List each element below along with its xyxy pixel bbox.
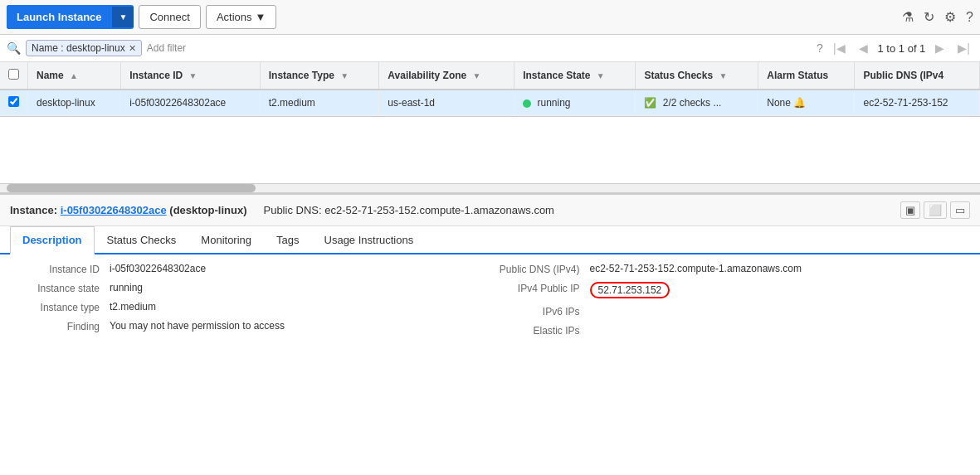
pagination-first-btn[interactable]: |◀ (830, 40, 849, 56)
filter-help-icon[interactable]: ? (817, 41, 823, 55)
launch-instance-button[interactable]: Launch Instance ▼ (7, 5, 134, 29)
select-all-header[interactable] (0, 62, 28, 90)
filter-bar: 🔍 Name : desktop-linux ✕ Add filter ? |◀… (0, 35, 980, 62)
detail-row-elastic: Elastic IPs (490, 324, 971, 337)
instances-table: Name ▲ Instance ID ▼ Instance Type ▼ Ava… (0, 62, 980, 116)
empty-scroll-area (0, 117, 980, 183)
help-icon[interactable]: ? (966, 10, 973, 25)
ipv4-value: 52.71.253.152 (590, 282, 971, 298)
status-running-dot (523, 99, 531, 108)
filter-tag-close-icon[interactable]: ✕ (129, 43, 136, 54)
add-filter-input[interactable]: Add filter (147, 42, 186, 54)
instance-id-value: i-05f03022648302ace (110, 263, 490, 274)
tab-usage-instructions[interactable]: Usage Instructions (312, 226, 427, 254)
detail-row-ipv4: IPv4 Public IP 52.71.253.152 (490, 282, 971, 298)
col-instance-id[interactable]: Instance ID ▼ (121, 62, 261, 90)
instance-state-value: running (110, 282, 490, 293)
finding-value: You may not have permission to access (110, 320, 490, 332)
filter-tag-text: Name : desktop-linux (32, 42, 125, 54)
select-all-checkbox[interactable] (8, 69, 19, 80)
col-public-dns[interactable]: Public DNS (IPv4 (855, 62, 980, 90)
tab-tags[interactable]: Tags (264, 226, 311, 254)
toolbar-right-icons: ⚗ ↻ ⚙ ? (902, 9, 973, 25)
instance-state-label: Instance state (10, 282, 110, 294)
instance-id-label: Instance ID (10, 263, 110, 275)
row-name[interactable]: desktop-linux (28, 90, 121, 116)
col-availability-zone[interactable]: Availability Zone ▼ (379, 62, 514, 90)
col-name[interactable]: Name ▲ (28, 62, 121, 90)
panel-split-btn[interactable]: ▣ (900, 201, 920, 219)
refresh-icon[interactable]: ↻ (924, 9, 934, 25)
pagination-last-btn[interactable]: ▶| (954, 40, 973, 56)
detail-row-instance-id: Instance ID i-05f03022648302ace (10, 263, 490, 275)
search-icon: 🔍 (7, 41, 21, 55)
bottom-panel: Instance: i-05f03022648302ace (desktop-l… (0, 193, 980, 351)
filter-tag-name[interactable]: Name : desktop-linux ✕ (26, 40, 142, 56)
ipv6-label: IPv6 IPs (490, 305, 590, 317)
status-check-icon: ✅ (644, 97, 656, 109)
launch-instance-dropdown-arrow[interactable]: ▼ (112, 7, 134, 27)
row-public-dns: ec2-52-71-253-152 (855, 90, 980, 116)
row-checkbox[interactable] (8, 96, 19, 107)
detail-row-instance-type: Instance type t2.medium (10, 301, 490, 313)
row-checkbox-cell[interactable] (0, 90, 28, 116)
row-status-checks: ✅ 2/2 checks ... (636, 90, 758, 116)
detail-row-instance-state: Instance state running (10, 282, 490, 294)
detail-tabs-bar: Description Status Checks Monitoring Tag… (0, 226, 980, 254)
description-details: Instance ID i-05f03022648302ace Instance… (0, 254, 980, 351)
detail-row-finding: Finding You may not have permission to a… (10, 320, 490, 332)
pagination-text: 1 to 1 of 1 (878, 42, 926, 55)
table-row[interactable]: desktop-linux i-05f03022648302ace t2.med… (0, 90, 980, 116)
connect-button[interactable]: Connect (139, 5, 200, 29)
ipv4-highlighted-value: 52.71.253.152 (590, 282, 670, 298)
tab-status-checks[interactable]: Status Checks (95, 226, 189, 254)
horizontal-scrollbar[interactable] (0, 183, 980, 193)
row-instance-id[interactable]: i-05f03022648302ace (121, 90, 261, 116)
row-instance-type[interactable]: t2.medium (260, 90, 379, 116)
instance-detail-header: Instance: i-05f03022648302ace (desktop-l… (0, 195, 980, 226)
details-left-col: Instance ID i-05f03022648302ace Instance… (10, 263, 490, 343)
pagination-prev-btn[interactable]: ◀ (856, 40, 871, 56)
elastic-label: Elastic IPs (490, 324, 590, 337)
filter-right: ? |◀ ◀ 1 to 1 of 1 ▶ ▶| (817, 40, 973, 56)
col-alarm-status[interactable]: Alarm Status (758, 62, 855, 90)
actions-label: Actions (217, 11, 252, 23)
row-availability-zone: us-east-1d (379, 90, 514, 116)
instance-header-dns: Public DNS: ec2-52-71-253-152.compute-1.… (263, 204, 553, 216)
instances-table-container: Name ▲ Instance ID ▼ Instance Type ▼ Ava… (0, 62, 980, 117)
col-status-checks[interactable]: Status Checks ▼ (636, 62, 758, 90)
settings-icon[interactable]: ⚙ (944, 9, 956, 25)
instance-dns-value: ec2-52-71-253-152.compute-1.amazonaws.co… (324, 204, 554, 216)
ipv4-label: IPv4 Public IP (490, 282, 590, 294)
flask-icon[interactable]: ⚗ (902, 9, 914, 25)
row-alarm-status: None 🔔 (758, 90, 855, 116)
tab-monitoring[interactable]: Monitoring (188, 226, 264, 254)
detail-row-public-dns: Public DNS (IPv4) ec2-52-71-253-152.comp… (490, 263, 971, 275)
col-instance-state[interactable]: Instance State ▼ (514, 62, 636, 90)
panel-controls: ▣ ⬜ ▭ (900, 201, 970, 219)
toolbar: Launch Instance ▼ Connect Actions ▼ ⚗ ↻ … (0, 0, 980, 35)
launch-instance-label: Launch Instance (7, 5, 112, 29)
instance-id-link[interactable]: i-05f03022648302ace (61, 204, 167, 216)
instance-type-value: t2.medium (110, 301, 490, 313)
actions-dropdown-arrow: ▼ (256, 11, 266, 23)
tab-description[interactable]: Description (10, 226, 95, 254)
public-dns-label: Public DNS (IPv4) (490, 263, 590, 275)
row-instance-state: running (514, 90, 636, 116)
col-instance-type[interactable]: Instance Type ▼ (260, 62, 379, 90)
panel-bottom-btn[interactable]: ⬜ (924, 201, 947, 219)
pagination-next-btn[interactable]: ▶ (932, 40, 948, 56)
table-header-row: Name ▲ Instance ID ▼ Instance Type ▼ Ava… (0, 62, 980, 90)
instance-header-id: Instance: i-05f03022648302ace (desktop-l… (10, 204, 246, 216)
panel-expand-btn[interactable]: ▭ (950, 201, 970, 219)
public-dns-value: ec2-52-71-253-152.compute-1.amazonaws.co… (590, 263, 971, 274)
details-right-col: Public DNS (IPv4) ec2-52-71-253-152.comp… (490, 263, 971, 343)
finding-label: Finding (10, 320, 110, 332)
scrollbar-thumb[interactable] (7, 184, 256, 192)
detail-row-ipv6: IPv6 IPs (490, 305, 971, 317)
alarm-bell-icon: 🔔 (793, 97, 806, 109)
instance-type-label: Instance type (10, 301, 110, 313)
actions-button[interactable]: Actions ▼ (206, 5, 277, 29)
